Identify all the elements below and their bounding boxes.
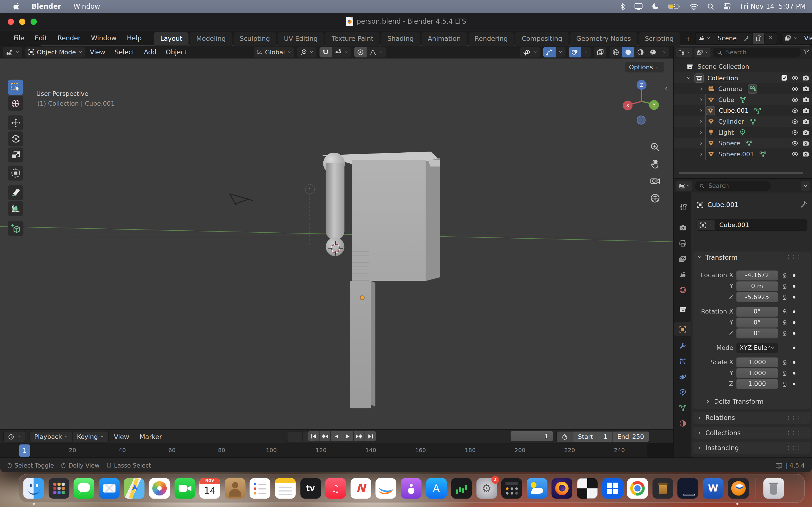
collections-section[interactable]: Collections⋮⋮⋮⋮: [693, 427, 811, 439]
cylinder-hide-eye-icon[interactable]: [792, 118, 799, 125]
scale-y-animate-dot[interactable]: [793, 372, 795, 374]
dock-launchpad-icon[interactable]: [49, 478, 69, 499]
properties-search[interactable]: [695, 181, 770, 191]
rotation-y-lock-icon[interactable]: [781, 319, 788, 326]
outliner-row-sphere[interactable]: Sphere: [674, 138, 812, 149]
tab-viewlayer-properties[interactable]: [674, 251, 691, 266]
dock-chrome-icon[interactable]: [627, 478, 648, 499]
gizmos-dropdown[interactable]: [556, 47, 566, 57]
rotation-x-animate-dot[interactable]: [793, 310, 795, 313]
add-cube-tool[interactable]: [8, 221, 23, 236]
jump-to-start-button[interactable]: [308, 431, 319, 441]
timeline-ruler[interactable]: 20 40 60 80 100 120 140 160 180 200 220 …: [0, 443, 673, 458]
cylinder-render-icon[interactable]: [802, 118, 809, 125]
tab-shading[interactable]: Shading: [381, 32, 420, 46]
cube001-leg-front[interactable]: [350, 281, 371, 408]
object-name-field[interactable]: Cube.001: [715, 219, 808, 231]
outliner-row-cube[interactable]: Cube: [674, 94, 812, 105]
pin-id-icon[interactable]: [800, 201, 808, 208]
focus-moon-icon[interactable]: [647, 3, 663, 10]
panel-drag-handle[interactable]: ⋮⋮⋮⋮: [786, 255, 807, 260]
menu-help[interactable]: Help: [122, 34, 147, 42]
tab-collection-properties[interactable]: [674, 302, 691, 317]
viewport-menu-view[interactable]: View: [85, 48, 110, 56]
sphere-mesh-data-icon[interactable]: [746, 139, 753, 147]
light-data-icon[interactable]: [739, 128, 746, 136]
rotation-x-field[interactable]: 0°: [737, 306, 778, 316]
timeline-marker-menu[interactable]: Marker: [135, 433, 167, 441]
playback-menu[interactable]: Playback: [30, 432, 73, 442]
scale-x-field[interactable]: 1.000: [737, 357, 778, 367]
rotation-mode-animate-dot[interactable]: [793, 346, 795, 349]
playhead[interactable]: 1: [19, 445, 30, 457]
viewlayer-selector[interactable]: ViewLayer ✕: [781, 32, 812, 44]
frame-end-field[interactable]: End250: [613, 432, 649, 442]
tab-material-properties[interactable]: [674, 416, 691, 431]
rotation-y-animate-dot[interactable]: [793, 321, 795, 324]
tab-scripting[interactable]: Scripting: [639, 32, 680, 46]
dock-blender-icon[interactable]: [728, 478, 749, 499]
tab-object-properties[interactable]: [674, 322, 691, 336]
auto-keying-toggle[interactable]: [287, 432, 303, 442]
rotation-mode-dropdown[interactable]: XYZ Euler: [737, 343, 778, 353]
wifi-icon[interactable]: [685, 3, 702, 10]
rotation-z-lock-icon[interactable]: [781, 330, 788, 337]
cube001-render-icon[interactable]: [802, 107, 809, 114]
rotate-tool[interactable]: [8, 131, 23, 147]
location-x-field[interactable]: -4.1672: [737, 270, 778, 280]
properties-search-input[interactable]: [707, 182, 766, 190]
rotation-z-field[interactable]: 0°: [737, 328, 778, 338]
rotation-z-animate-dot[interactable]: [793, 332, 795, 334]
tab-texture-paint[interactable]: Texture Paint: [325, 32, 379, 46]
apple-menu-icon[interactable]: [8, 2, 26, 11]
navigation-gizmo[interactable]: Z X Y: [621, 78, 662, 126]
tab-particle-properties[interactable]: [674, 354, 691, 368]
sphere-hide-eye-icon[interactable]: [792, 139, 799, 147]
tab-layout[interactable]: Layout: [154, 32, 188, 46]
collection-checkbox[interactable]: [781, 74, 788, 81]
outliner-editor-type-button[interactable]: [676, 47, 693, 57]
next-keyframe-button[interactable]: [354, 431, 364, 441]
instancing-section[interactable]: Instancing⋮⋮⋮⋮: [693, 442, 811, 454]
cursor-tool[interactable]: [8, 96, 23, 111]
dock-weather-icon[interactable]: [527, 478, 547, 499]
measure-tool[interactable]: [8, 201, 23, 216]
tab-constraint-properties[interactable]: [674, 385, 691, 399]
cube-hide-eye-icon[interactable]: [792, 96, 799, 103]
collection-hide-eye-icon[interactable]: [792, 74, 799, 82]
delta-transform-header[interactable]: Delta Transform: [693, 396, 812, 407]
scale-z-field[interactable]: 1.000: [737, 379, 778, 389]
outliner-row-scene-collection[interactable]: Scene Collection: [674, 61, 812, 72]
unlink-scene-button[interactable]: ✕: [764, 35, 776, 41]
cube001-mesh-data-icon[interactable]: [754, 107, 761, 114]
outliner-row-sphere001[interactable]: Sphere.001: [674, 149, 812, 159]
tab-uv-editing[interactable]: UV Editing: [278, 32, 324, 46]
show-gizmos-toggle[interactable]: [543, 47, 556, 57]
xray-toggle[interactable]: [594, 47, 606, 57]
location-z-animate-dot[interactable]: [793, 296, 795, 298]
dock-firefox-icon[interactable]: [552, 478, 572, 499]
dock-facetime-icon[interactable]: [174, 478, 195, 499]
cube-render-icon[interactable]: [802, 96, 809, 103]
shading-dropdown[interactable]: [659, 47, 669, 57]
scene-icon[interactable]: [696, 33, 714, 44]
display-icon[interactable]: [629, 3, 647, 10]
location-y-lock-icon[interactable]: [781, 283, 788, 290]
gizmo-negative-z-axis[interactable]: [637, 116, 645, 124]
dock-word-icon[interactable]: W: [703, 478, 723, 499]
scale-tool[interactable]: [8, 147, 23, 162]
outliner-row-cube001[interactable]: Cube.001: [674, 105, 812, 116]
menu-edit[interactable]: Edit: [30, 34, 52, 42]
object-id-dropdown[interactable]: [696, 219, 714, 231]
dock-notes-icon[interactable]: [275, 478, 296, 499]
tab-geometry-nodes[interactable]: Geometry Nodes: [570, 32, 637, 46]
cube-mesh-data-icon[interactable]: [740, 96, 747, 103]
filter-icon[interactable]: [803, 49, 810, 56]
dock-maps-icon[interactable]: [124, 478, 145, 499]
camera-data-icon[interactable]: [749, 85, 756, 93]
location-z-field[interactable]: -5.6925: [737, 292, 778, 302]
zoom-tool-icon[interactable]: [649, 141, 661, 152]
editor-type-button[interactable]: [3, 47, 22, 57]
options-button[interactable]: Options: [625, 62, 664, 72]
dock-system-settings-icon[interactable]: ⚙2: [476, 478, 497, 499]
